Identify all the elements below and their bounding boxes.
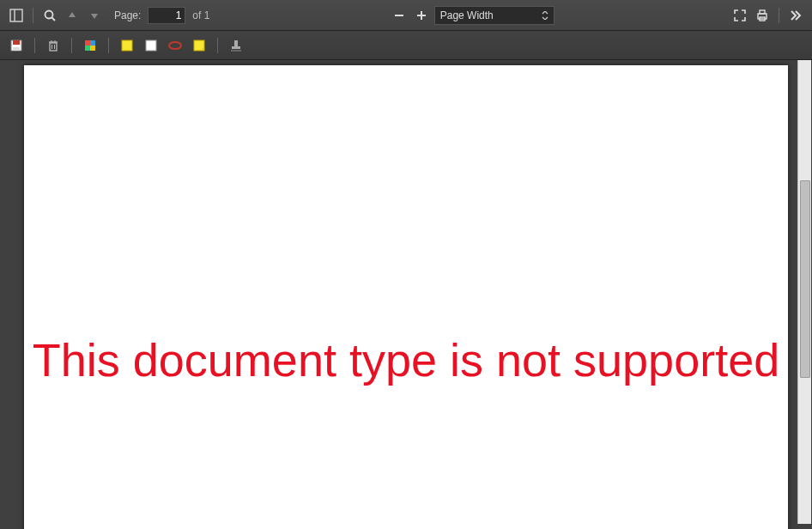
- save-button[interactable]: [7, 36, 26, 55]
- color-palette-button[interactable]: [81, 36, 100, 55]
- svg-rect-6: [421, 11, 422, 20]
- page-of-label: of 1: [192, 9, 209, 21]
- chevrons-right-icon: [789, 9, 803, 22]
- vertical-scrollbar[interactable]: [797, 60, 811, 524]
- sticky-note-icon: [192, 39, 206, 52]
- svg-rect-23: [122, 40, 132, 51]
- document-viewer: This document type is not supported: [0, 60, 812, 529]
- stamp-button[interactable]: [227, 36, 245, 55]
- arrow-up-icon: [66, 9, 78, 21]
- print-icon: [755, 9, 769, 22]
- svg-rect-8: [760, 10, 765, 14]
- svg-rect-29: [231, 50, 241, 52]
- scrollbar-thumb[interactable]: [800, 180, 810, 378]
- palette-icon: [83, 39, 97, 52]
- separator: [33, 8, 33, 23]
- search-icon: [43, 9, 57, 22]
- page-total: 1: [204, 9, 210, 21]
- trash-icon: [46, 39, 60, 52]
- svg-rect-20: [90, 40, 95, 46]
- svg-rect-4: [395, 15, 403, 16]
- separator: [108, 38, 109, 53]
- svg-rect-12: [13, 47, 20, 51]
- sticky-note-button[interactable]: [190, 36, 209, 55]
- svg-rect-21: [85, 46, 90, 51]
- delete-button[interactable]: [44, 36, 63, 55]
- ellipse-annot-button[interactable]: [166, 36, 185, 55]
- arrow-down-icon: [88, 9, 100, 21]
- svg-rect-22: [90, 46, 95, 51]
- stamp-icon: [229, 39, 243, 52]
- fullscreen-button[interactable]: [730, 6, 749, 25]
- plus-icon: [415, 9, 427, 21]
- svg-rect-27: [234, 40, 238, 46]
- highlight-yellow-button[interactable]: [118, 36, 136, 55]
- svg-rect-13: [50, 43, 57, 51]
- sidebar-icon: [9, 9, 23, 22]
- of-text: of: [192, 9, 201, 21]
- separator: [71, 38, 72, 53]
- more-tools-button[interactable]: [786, 6, 805, 25]
- document-page: This document type is not supported: [24, 65, 788, 529]
- svg-rect-0: [10, 9, 22, 21]
- page-label: Page:: [114, 9, 141, 21]
- ellipse-icon: [167, 39, 183, 52]
- annotation-toolbar: [0, 31, 812, 60]
- white-box-icon: [144, 39, 158, 52]
- svg-point-25: [169, 42, 181, 49]
- separator: [779, 8, 779, 23]
- svg-rect-11: [13, 40, 20, 45]
- svg-rect-28: [232, 46, 240, 49]
- minus-icon: [393, 9, 405, 21]
- svg-line-3: [52, 17, 56, 21]
- svg-rect-19: [85, 40, 90, 46]
- fullscreen-icon: [733, 9, 747, 22]
- save-icon: [9, 39, 23, 52]
- separator: [217, 38, 218, 53]
- separator: [34, 38, 35, 53]
- unsupported-message: This document type is not supported: [24, 323, 788, 397]
- select-arrows-icon: [542, 11, 548, 20]
- zoom-select-value: Page Width: [440, 9, 494, 21]
- next-page-button[interactable]: [85, 6, 104, 25]
- svg-rect-24: [146, 40, 156, 51]
- toolbar-container: Page: of 1 Page Width: [0, 0, 812, 60]
- prev-page-button[interactable]: [63, 6, 82, 25]
- svg-point-2: [45, 10, 53, 18]
- zoom-in-button[interactable]: [412, 6, 431, 25]
- primary-toolbar: Page: of 1 Page Width: [0, 0, 812, 31]
- zoom-out-button[interactable]: [390, 6, 409, 25]
- sidebar-toggle-button[interactable]: [7, 6, 26, 25]
- search-button[interactable]: [40, 6, 59, 25]
- zoom-select[interactable]: Page Width: [434, 6, 554, 25]
- highlight-white-button[interactable]: [142, 36, 161, 55]
- print-button[interactable]: [753, 6, 772, 25]
- page-number-input[interactable]: [148, 7, 185, 24]
- highlight-icon: [120, 39, 134, 52]
